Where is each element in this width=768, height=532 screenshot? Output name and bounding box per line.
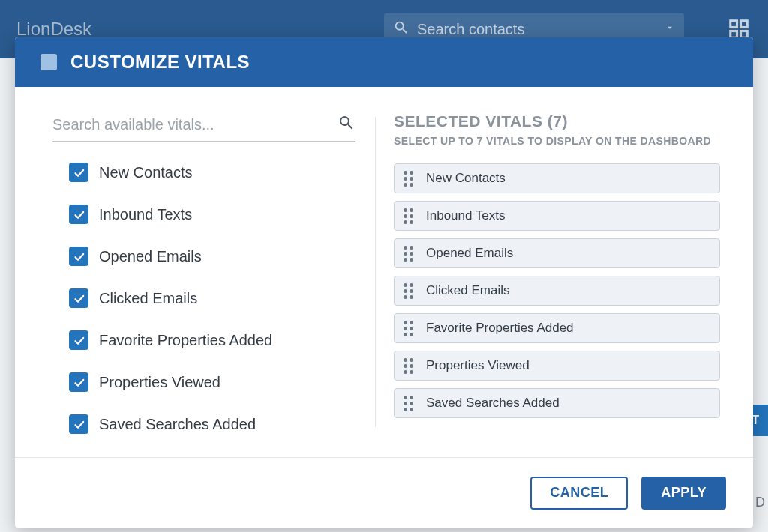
- available-vital-item[interactable]: Clicked Emails: [69, 288, 356, 308]
- available-vital-label: New Contacts: [99, 164, 193, 181]
- available-vitals-list: New ContactsInbound TextsOpened EmailsCl…: [52, 163, 356, 456]
- available-vital-label: Opened Emails: [99, 248, 202, 265]
- cancel-button[interactable]: CANCEL: [530, 477, 628, 510]
- checkbox-checked-icon[interactable]: [69, 163, 88, 182]
- checkbox-checked-icon[interactable]: [69, 205, 88, 224]
- svg-rect-2: [730, 31, 737, 38]
- checkbox-checked-icon[interactable]: [69, 288, 88, 308]
- available-vital-item[interactable]: Opened Emails: [69, 247, 356, 266]
- selected-vital-item[interactable]: Saved Searches Added: [394, 388, 720, 418]
- selected-vital-item[interactable]: Inbound Texts: [394, 201, 720, 231]
- svg-rect-0: [730, 21, 737, 28]
- selected-vital-label: Favorite Properties Added: [426, 321, 574, 336]
- drag-handle-icon[interactable]: [404, 246, 417, 262]
- selected-vitals-list: New ContactsInbound TextsOpened EmailsCl…: [394, 163, 720, 418]
- available-vital-label: Inbound Texts: [99, 206, 192, 223]
- selected-vitals-heading: SELECTED VITALS (7): [394, 112, 720, 130]
- customize-vitals-modal: CUSTOMIZE VITALS New ContactsInbound Tex…: [15, 37, 753, 528]
- selected-vitals-hint: SELECT UP TO 7 VITALS TO DISPLAY ON THE …: [394, 135, 720, 147]
- selected-vital-label: New Contacts: [426, 171, 506, 186]
- drag-handle-icon[interactable]: [404, 208, 417, 224]
- selected-vital-item[interactable]: Opened Emails: [394, 238, 720, 268]
- selected-vital-label: Clicked Emails: [426, 283, 509, 298]
- selected-vital-label: Properties Viewed: [426, 358, 530, 373]
- brand-name: LionDesk: [16, 19, 92, 40]
- drag-handle-icon[interactable]: [404, 321, 417, 336]
- available-vitals-panel: New ContactsInbound TextsOpened EmailsCl…: [15, 87, 375, 457]
- available-vital-label: Favorite Properties Added: [99, 332, 272, 349]
- svg-rect-3: [741, 31, 748, 38]
- search-icon: [393, 19, 410, 39]
- selected-vital-label: Saved Searches Added: [426, 396, 560, 411]
- vitals-search[interactable]: [52, 114, 356, 142]
- selected-vital-item[interactable]: Favorite Properties Added: [394, 313, 720, 343]
- modal-header-icon: [40, 54, 57, 70]
- available-vital-item[interactable]: Saved Searches Added: [69, 414, 356, 434]
- available-vital-item[interactable]: Favorite Properties Added: [69, 330, 356, 350]
- search-icon[interactable]: [338, 114, 356, 135]
- checkbox-checked-icon[interactable]: [69, 414, 88, 434]
- vitals-search-input[interactable]: [52, 116, 338, 133]
- modal-footer: CANCEL APPLY: [15, 457, 753, 528]
- available-vital-label: Saved Searches Added: [99, 416, 256, 433]
- available-vital-label: Clicked Emails: [99, 290, 197, 307]
- selected-vital-item[interactable]: New Contacts: [394, 163, 720, 193]
- svg-rect-1: [741, 21, 748, 28]
- available-vital-label: Properties Viewed: [99, 374, 220, 391]
- chevron-down-icon[interactable]: [664, 22, 675, 36]
- available-vital-item[interactable]: New Contacts: [69, 163, 356, 182]
- selected-vital-label: Opened Emails: [426, 246, 513, 261]
- drag-handle-icon[interactable]: [404, 358, 417, 374]
- checkbox-checked-icon[interactable]: [69, 372, 88, 392]
- selected-vitals-panel: SELECTED VITALS (7) SELECT UP TO 7 VITAL…: [376, 87, 753, 457]
- checkbox-checked-icon[interactable]: [69, 247, 88, 266]
- selected-vital-item[interactable]: Properties Viewed: [394, 351, 720, 381]
- modal-header: CUSTOMIZE VITALS: [15, 37, 753, 87]
- available-vital-item[interactable]: Inbound Texts: [69, 205, 356, 224]
- checkbox-checked-icon[interactable]: [69, 330, 88, 350]
- selected-vital-item[interactable]: Clicked Emails: [394, 276, 720, 306]
- apply-button[interactable]: APPLY: [641, 477, 726, 510]
- available-vital-item[interactable]: Properties Viewed: [69, 372, 356, 392]
- drag-handle-icon[interactable]: [404, 171, 417, 187]
- modal-body: New ContactsInbound TextsOpened EmailsCl…: [15, 87, 753, 457]
- drag-handle-icon[interactable]: [404, 283, 417, 299]
- global-search-placeholder: Search contacts: [417, 21, 664, 38]
- modal-title: CUSTOMIZE VITALS: [70, 52, 250, 73]
- selected-vital-label: Inbound Texts: [426, 208, 506, 223]
- drag-handle-icon[interactable]: [404, 396, 417, 411]
